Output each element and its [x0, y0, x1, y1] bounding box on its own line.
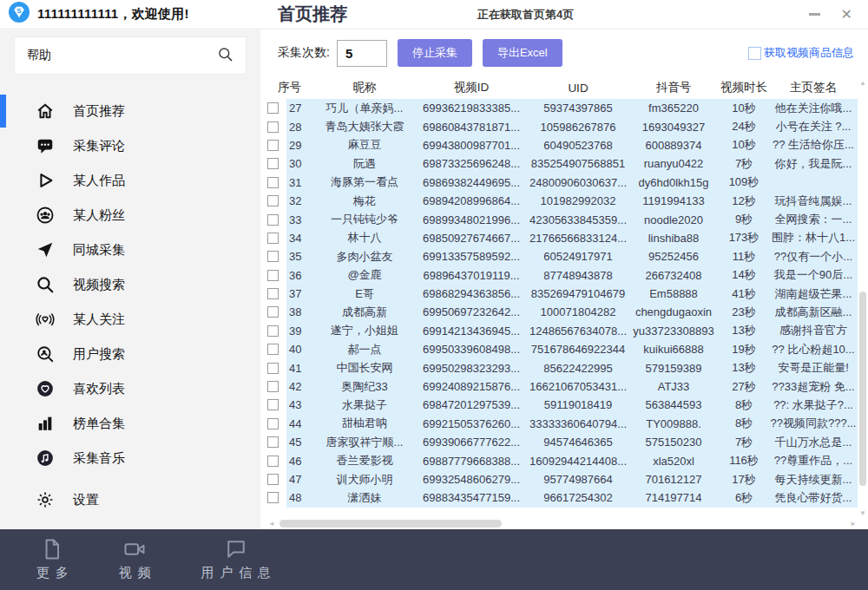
data-table: 序号昵称视频IDUID抖音号视频时长主页签名 27巧儿（单亲妈...699362… — [260, 76, 868, 529]
checkbox-cell — [267, 322, 286, 340]
table-row[interactable]: 42奥陶纪3369924089215876...16621067053431..… — [267, 377, 868, 396]
uid-cell: 835254907568851 — [528, 157, 628, 170]
table-row[interactable]: 45唐家驭祥宁顺...69939066777622...945746463655… — [267, 433, 868, 451]
duration-cell: 10秒 — [719, 137, 769, 153]
checkbox-cell — [267, 415, 286, 433]
signature-cell: 玩抖音纯属娱... — [769, 193, 858, 209]
row-checkbox[interactable] — [267, 177, 279, 188]
douyin-id-cell: noodle2020 — [628, 213, 719, 226]
row-checkbox[interactable] — [267, 270, 279, 281]
row-checkbox[interactable] — [267, 195, 279, 206]
table-row[interactable]: 47训犬师小明69932548606279...9577498766470161… — [267, 470, 868, 488]
row-checkbox[interactable] — [267, 233, 279, 244]
collect-count-label: 采集次数: — [278, 45, 330, 61]
row-checkbox[interactable] — [267, 325, 279, 337]
table-row[interactable]: 34林十八69850927674667...21766566833124...l… — [267, 229, 868, 247]
stop-collect-button[interactable]: 停止采集 — [398, 39, 472, 67]
row-checkbox[interactable] — [267, 102, 279, 114]
sidebar-item-用户搜索[interactable]: 用户搜索 — [0, 337, 260, 371]
close-icon[interactable]: ✕ — [841, 8, 852, 22]
scroll-down-icon[interactable]: ▾ — [858, 508, 868, 517]
table-row[interactable]: 30阮遇69873325696248...835254907568851ruan… — [267, 154, 868, 173]
table-row[interactable]: 33一只钝钝少爷69899348021996...42305633845359.… — [267, 210, 868, 228]
uid-cell: 85622422995 — [528, 362, 628, 375]
sidebar-item-设置[interactable]: 设置 — [0, 482, 260, 517]
minimize-icon[interactable] — [809, 13, 820, 16]
row-content: 34林十八69850927674667...21766566833124...l… — [286, 229, 858, 247]
row-checkbox[interactable] — [267, 474, 279, 485]
row-checkbox[interactable] — [267, 140, 279, 151]
table-row[interactable]: 32梅花69894208996864...1019829920321191994… — [267, 192, 868, 210]
table-row[interactable]: 43水果挞子69847201297539...59119018419563844… — [267, 396, 868, 414]
table-row[interactable]: 28青岛大姨张大霞69860843781871...10598626787616… — [267, 117, 868, 135]
status-text: 正在获取首页第4页 — [477, 7, 574, 23]
vertical-scrollbar[interactable]: ▴ ▾ — [858, 76, 868, 517]
row-checkbox[interactable] — [267, 344, 279, 355]
row-checkbox[interactable] — [267, 251, 279, 262]
table-row[interactable]: 46香兰爱影视69887779668388...16092944214408..… — [267, 451, 868, 469]
scroll-right-icon[interactable]: ▸ — [849, 519, 858, 528]
sidebar-item-喜欢列表[interactable]: 喜欢列表 — [0, 371, 260, 406]
row-checkbox[interactable] — [267, 418, 279, 429]
row-checkbox[interactable] — [267, 363, 279, 374]
export-excel-button[interactable]: 导出Excel — [483, 39, 562, 67]
table-row[interactable]: 44甜柚君呐69921505376260...33333360640794...… — [267, 415, 868, 433]
table-row[interactable]: 38成都高新69950697232642...100071804282cheng… — [267, 303, 868, 321]
sidebar-item-某人作品[interactable]: 某人作品 — [0, 163, 260, 198]
table-row[interactable]: 27巧儿（单亲妈...69936219833385...59374397865f… — [267, 99, 868, 117]
douyin-id-cell: 575150230 — [628, 436, 719, 449]
bottombar-item-视频[interactable]: 视频 — [119, 537, 151, 581]
sidebar-item-采集音乐[interactable]: 采集音乐 — [0, 441, 260, 475]
goods-info-checkbox[interactable] — [748, 47, 761, 60]
row-checkbox[interactable] — [267, 288, 279, 299]
search-input[interactable] — [27, 49, 201, 62]
row-checkbox[interactable] — [267, 381, 279, 392]
row-checkbox[interactable] — [267, 121, 279, 133]
sidebar-search-box[interactable] — [14, 36, 247, 75]
table-row[interactable]: 48潇洒妹69883435477159...966172543027141977… — [267, 488, 868, 507]
duration-cell: 7秒 — [719, 435, 769, 450]
table-row[interactable]: 39遂宁，小姐姐69914213436945...12486567634078.… — [267, 322, 868, 340]
sidebar-item-视频搜索[interactable]: 视频搜索 — [0, 267, 260, 302]
bottombar-item-用户信息[interactable]: 用户信息 — [201, 537, 271, 581]
douyin-id-cell: 266732408 — [628, 269, 719, 282]
table-row[interactable]: 40郝一点69950339608498...751678646922344kui… — [267, 340, 868, 358]
row-checkbox[interactable] — [267, 158, 279, 169]
app-title: 111111111111，欢迎使用! — [37, 6, 189, 23]
uid-cell: 60524917971 — [528, 250, 628, 263]
row-content: 40郝一点69950339608498...751678646922344kui… — [286, 340, 858, 358]
table-row[interactable]: 36@金鹿69896437019119...877489438782667324… — [267, 266, 868, 285]
row-checkbox[interactable] — [267, 214, 279, 226]
sidebar-item-采集评论[interactable]: 采集评论 — [0, 128, 260, 163]
goods-info-checkbox-row[interactable]: 获取视频商品信息 — [748, 45, 854, 61]
search-icon[interactable] — [217, 46, 233, 66]
horizontal-scrollbar[interactable]: ◂ ▸ — [267, 517, 858, 529]
sidebar-item-label: 用户搜索 — [73, 346, 125, 363]
row-checkbox[interactable] — [267, 456, 279, 467]
sidebar-item-同城采集[interactable]: 同城采集 — [0, 233, 260, 267]
table-row[interactable]: 35多肉小盆友69913357589592...6052491797195252… — [267, 247, 868, 266]
table-row[interactable]: 37E哥69868294363856...835269479104679Em58… — [267, 285, 868, 303]
row-checkbox[interactable] — [267, 492, 279, 503]
signature-cell: ??: 水果挞子?... — [769, 397, 858, 413]
table-row[interactable]: 41中国长安网69950298323293...8562242299557915… — [267, 358, 868, 377]
row-checkbox[interactable] — [267, 306, 279, 318]
bottombar-item-更多[interactable]: 更多 — [36, 537, 69, 581]
vertical-scroll-thumb[interactable] — [859, 292, 866, 486]
column-header-昵称: 昵称 — [314, 80, 415, 95]
scroll-left-icon[interactable]: ◂ — [267, 519, 276, 528]
sidebar-item-榜单合集[interactable]: 榜单合集 — [0, 406, 260, 441]
row-checkbox[interactable] — [267, 399, 279, 410]
douyin-id-cell: 95252456 — [628, 250, 719, 263]
scroll-up-icon[interactable]: ▴ — [858, 78, 868, 87]
table-row[interactable]: 31海豚第一看点69869382449695...24800906030637.… — [267, 174, 868, 192]
sidebar-item-某人粉丝[interactable]: 某人粉丝 — [0, 198, 260, 233]
row-checkbox[interactable] — [267, 436, 279, 448]
sidebar-item-首页推荐[interactable]: 首页推荐 — [0, 94, 260, 128]
horizontal-scroll-thumb[interactable] — [279, 520, 502, 528]
table-header: 序号昵称视频IDUID抖音号视频时长主页签名 — [267, 76, 858, 99]
collect-count-input[interactable] — [337, 40, 387, 67]
uid-cell: 60490523768 — [528, 139, 628, 152]
table-row[interactable]: 29麻豆豆69943800987701...604905237686008893… — [267, 136, 868, 154]
sidebar-item-某人关注[interactable]: 某人关注 — [0, 302, 260, 337]
